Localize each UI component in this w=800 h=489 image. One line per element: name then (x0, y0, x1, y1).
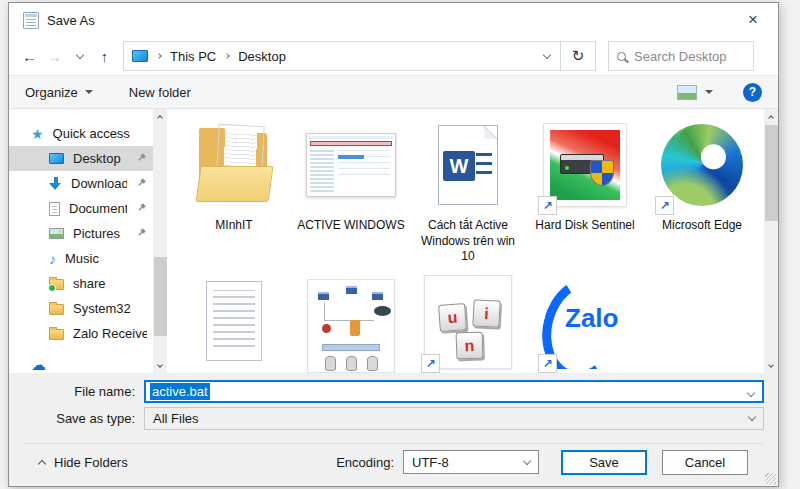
text-document-icon (206, 281, 262, 361)
encoding-dropdown-chevron-icon (523, 456, 531, 464)
organize-button[interactable]: Organize (25, 85, 93, 100)
file-label: Hard Disk Sentinel (535, 218, 634, 234)
file-name-input[interactable]: active.bat (144, 380, 764, 403)
sidebar-scrollbar[interactable] (153, 109, 167, 373)
word-document-icon: W (438, 125, 498, 205)
dialog-title: Save As (47, 13, 95, 28)
encoding-label: Encoding: (336, 455, 394, 470)
change-view-icon[interactable] (677, 85, 697, 100)
search-icon (617, 52, 626, 61)
file-grid-scrollbar[interactable] (764, 109, 778, 373)
folder-icon (49, 329, 64, 340)
shortcut-arrow-icon: ↗ (421, 354, 440, 373)
pin-icon (136, 151, 147, 166)
picture-icon (49, 228, 64, 239)
search-box (608, 41, 754, 71)
folder-with-documents-icon (191, 125, 277, 205)
this-pc-monitor-icon (132, 50, 148, 62)
organize-caret-icon (85, 90, 93, 94)
sidebar-item-partial[interactable]: ☁ (9, 352, 167, 373)
new-folder-button[interactable]: New folder (129, 85, 191, 100)
file-name-selected-text: active.bat (150, 383, 210, 400)
address-dropdown-chevron-icon[interactable] (534, 42, 560, 70)
file-tile-active-windows[interactable]: ACTIVE WINDOWS (296, 117, 406, 265)
shield-icon (590, 160, 614, 186)
sidebar-item-downloads[interactable]: Downloads (9, 171, 167, 196)
cancel-button[interactable]: Cancel (662, 450, 748, 475)
breadcrumb: This PC Desktop (124, 42, 534, 70)
shortcut-arrow-icon: ↗ (538, 196, 557, 215)
encoding-select[interactable]: UTF-8 (403, 450, 539, 474)
shared-folder-icon (49, 279, 64, 290)
hide-folders-button[interactable]: Hide Folders (39, 455, 128, 470)
file-name-label: File name: (23, 384, 135, 399)
sidebar-item-quick-access[interactable]: ★ Quick access (9, 121, 167, 146)
file-tile-zalo[interactable]: Zalo ↗ (530, 275, 640, 373)
sidebar-item-documents[interactable]: Documents (9, 196, 167, 221)
scroll-down-icon[interactable] (153, 359, 167, 373)
save-as-type-label: Save as type: (23, 411, 135, 426)
shortcut-arrow-icon: ↗ (655, 196, 674, 215)
up-icon[interactable]: ↑ (92, 43, 117, 69)
download-arrow-icon (49, 177, 62, 191)
search-input[interactable] (634, 49, 745, 64)
title-bar: Save As × (9, 3, 778, 37)
file-name-dropdown-chevron-icon[interactable] (748, 384, 754, 399)
file-tile-minhit[interactable]: MInhIT (179, 117, 289, 265)
scroll-up-icon[interactable] (153, 109, 167, 123)
hard-disk-sentinel-icon (543, 123, 627, 207)
breadcrumb-separator-icon (156, 53, 162, 59)
file-tile-network-diagram[interactable] (296, 275, 406, 373)
sidebar-item-system32[interactable]: System32 (9, 296, 167, 321)
sidebar-item-music[interactable]: ♪ Music (9, 246, 167, 271)
resize-grip[interactable] (765, 473, 776, 484)
forward-icon[interactable]: → (42, 43, 67, 69)
command-toolbar: Organize New folder ? (9, 75, 778, 109)
file-tile-word-doc[interactable]: W Cách tắt Active Windows trên win 10 (413, 117, 523, 265)
file-tile-microsoft-edge[interactable]: ↗ Microsoft Edge (647, 117, 757, 265)
back-icon[interactable]: ← (17, 43, 42, 69)
hide-folders-label: Hide Folders (54, 455, 128, 470)
file-tile-unikey[interactable]: u i n ↗ (413, 275, 523, 373)
breadcrumb-desktop[interactable]: Desktop (238, 49, 286, 64)
file-tile-text-document[interactable] (179, 275, 289, 373)
microsoft-edge-logo-icon (661, 124, 743, 206)
zalo-logo-text: Zalo (565, 303, 618, 334)
file-grid: MInhIT ACTIVE WINDOWS (167, 109, 764, 373)
sidebar-item-share[interactable]: share (9, 271, 167, 296)
breadcrumb-separator-icon (224, 53, 230, 59)
folder-icon (49, 304, 64, 315)
sidebar-item-desktop[interactable]: Desktop (9, 146, 167, 171)
file-label: Cách tắt Active Windows trên win 10 (413, 218, 523, 265)
scrollbar-thumb[interactable] (154, 257, 167, 336)
chevron-up-icon (38, 459, 46, 467)
view-dropdown-caret-icon[interactable] (705, 90, 713, 94)
sidebar-item-zalo-received[interactable]: Zalo Received Fi (9, 321, 167, 346)
save-button[interactable]: Save (561, 450, 647, 475)
footer: Hide Folders Encoding: UTF-8 Save Cancel (23, 443, 764, 486)
scroll-up-icon[interactable] (764, 109, 778, 123)
cloud-icon: ☁ (31, 357, 46, 372)
word-text-lines (476, 153, 492, 180)
breadcrumb-this-pc[interactable]: This PC (170, 49, 216, 64)
pin-icon (136, 226, 147, 241)
file-tile-hard-disk-sentinel[interactable]: ↗ Hard Disk Sentinel (530, 117, 640, 265)
save-as-type-select[interactable]: All Files (144, 407, 764, 430)
shortcut-arrow-icon: ↗ (538, 354, 557, 373)
recent-locations-chevron-icon[interactable] (67, 43, 92, 69)
save-as-dialog: Save As × ← → ↑ This PC Desktop ↻ (8, 2, 779, 487)
close-icon[interactable]: × (736, 6, 770, 34)
monitor-icon (49, 153, 64, 164)
notepad-app-icon (23, 12, 39, 29)
navigation-bar: ← → ↑ This PC Desktop ↻ (9, 37, 778, 75)
refresh-icon[interactable]: ↻ (561, 42, 595, 70)
save-as-type-value: All Files (153, 411, 199, 426)
bottom-panel: File name: active.bat Save as type: All … (9, 373, 778, 486)
organize-label: Organize (25, 85, 78, 100)
sidebar-item-pictures[interactable]: Pictures (9, 221, 167, 246)
scrollbar-thumb[interactable] (765, 125, 778, 221)
help-icon[interactable]: ? (743, 83, 762, 102)
network-diagram-thumbnail (307, 279, 395, 373)
encoding-value: UTF-8 (412, 455, 449, 470)
scroll-down-icon[interactable] (764, 359, 778, 373)
